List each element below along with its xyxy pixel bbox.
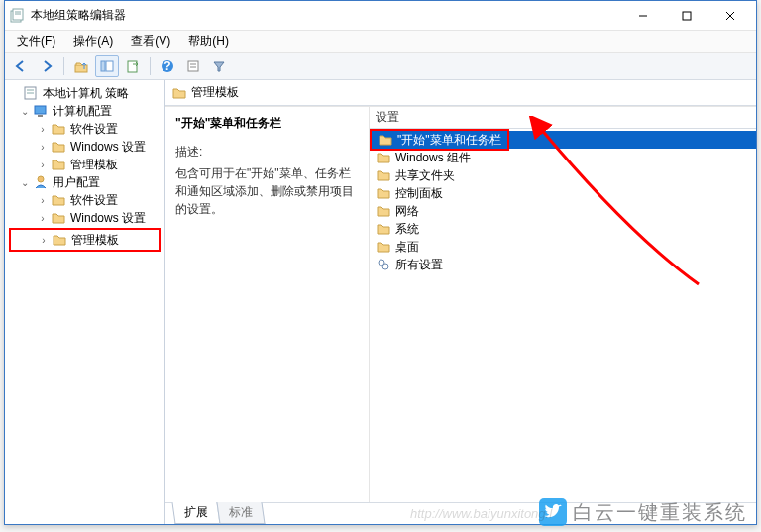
close-button[interactable]: [708, 2, 752, 30]
tab-extended[interactable]: 扩展: [171, 502, 220, 524]
tree-root[interactable]: 本地计算机 策略: [5, 84, 164, 102]
tree-label: 软件设置: [68, 121, 120, 138]
tree-computer-config[interactable]: ⌄ 计算机配置: [5, 102, 164, 120]
content-layout: "开始"菜单和任务栏 描述: 包含可用于在"开始"菜单、任务栏和通知区域添加、删…: [165, 106, 756, 502]
expander-icon[interactable]: ⌄: [19, 106, 31, 117]
properties-button[interactable]: [181, 55, 205, 77]
svg-rect-8: [75, 65, 87, 72]
list-item-control-panel[interactable]: 控制面板: [370, 184, 756, 202]
menu-file[interactable]: 文件(F): [11, 31, 61, 52]
content-description-pane: "开始"菜单和任务栏 描述: 包含可用于在"开始"菜单、任务栏和通知区域添加、删…: [165, 107, 370, 502]
list-body[interactable]: "开始"菜单和任务栏 Windows 组件 共享文件夹: [370, 129, 756, 502]
tree-cc-admin[interactable]: › 管理模板: [5, 156, 164, 173]
svg-rect-20: [35, 106, 46, 114]
tree-uc-windows[interactable]: › Windows 设置: [5, 209, 164, 227]
expander-icon[interactable]: ›: [37, 195, 49, 206]
folder-icon: [376, 150, 391, 165]
app-window: 本地组策略编辑器 文件(F) 操作(A) 查看(V) 帮助(H) ? 本地计算机…: [4, 0, 757, 525]
content-header: 管理模板: [165, 80, 756, 106]
minimize-button[interactable]: [621, 2, 665, 30]
toolbar-separator: [150, 57, 151, 75]
list-item-label: 系统: [395, 221, 419, 238]
policy-icon: [23, 85, 39, 101]
list-item-start-menu[interactable]: "开始"菜单和任务栏: [370, 131, 756, 149]
tree-label: 计算机配置: [51, 103, 114, 120]
svg-rect-14: [188, 61, 198, 71]
list-item-all-settings[interactable]: 所有设置: [370, 256, 756, 273]
tree-cc-windows[interactable]: › Windows 设置: [5, 138, 164, 156]
expander-icon[interactable]: ›: [37, 213, 49, 224]
export-button[interactable]: [121, 55, 145, 77]
breadcrumb-label: 管理模板: [191, 84, 239, 101]
folder-icon: [376, 239, 391, 255]
list-item-shared-folders[interactable]: 共享文件夹: [370, 166, 756, 184]
folder-icon: [51, 121, 66, 137]
list-item-system[interactable]: 系统: [370, 220, 756, 238]
svg-point-24: [382, 264, 388, 269]
description-text: 包含可用于在"开始"菜单、任务栏和通知区域添加、删除或禁用项目的设置。: [175, 164, 359, 218]
annotation-highlight: "开始"菜单和任务栏: [370, 129, 509, 151]
toolbar-separator: [63, 57, 64, 75]
tree-cc-software[interactable]: › 软件设置: [5, 120, 164, 138]
tree-label: 管理模板: [68, 157, 120, 173]
folder-icon: [376, 203, 391, 219]
folder-icon: [51, 210, 66, 226]
tree-uc-software[interactable]: › 软件设置: [5, 191, 164, 209]
expander-icon[interactable]: ›: [37, 142, 49, 153]
svg-rect-5: [683, 12, 691, 20]
up-button[interactable]: [69, 55, 93, 77]
list-item-windows-components[interactable]: Windows 组件: [370, 149, 756, 166]
show-hide-tree-button[interactable]: [95, 55, 119, 77]
tree-label: Windows 设置: [68, 139, 148, 156]
list-item-desktop[interactable]: 桌面: [370, 238, 756, 256]
list-header[interactable]: 设置: [370, 107, 756, 129]
tree-pane[interactable]: 本地计算机 策略 ⌄ 计算机配置 › 软件设置 › Windows 设置 › 管…: [5, 80, 165, 524]
tree-label: 软件设置: [68, 192, 120, 209]
annotation-highlight: › 管理模板: [9, 228, 161, 252]
forward-button[interactable]: [35, 55, 58, 77]
column-setting: 设置: [376, 109, 756, 126]
content-pane: 管理模板 "开始"菜单和任务栏 描述: 包含可用于在"开始"菜单、任务栏和通知区…: [165, 80, 756, 524]
filter-button[interactable]: [207, 55, 231, 77]
folder-icon: [51, 157, 66, 172]
watermark-brand: 白云一键重装系统: [573, 499, 747, 526]
description-label: 描述:: [175, 144, 359, 160]
maximize-button[interactable]: [665, 2, 708, 30]
svg-rect-9: [101, 61, 105, 71]
list-item-label: Windows 组件: [395, 150, 471, 166]
back-button[interactable]: [9, 55, 33, 77]
svg-text:?: ?: [163, 59, 170, 73]
window-title: 本地组策略编辑器: [31, 7, 621, 24]
tree-user-config[interactable]: ⌄ 用户配置: [5, 173, 164, 191]
tree-uc-admin[interactable]: › 管理模板: [12, 231, 158, 249]
svg-rect-21: [38, 115, 43, 117]
menu-action[interactable]: 操作(A): [67, 31, 119, 52]
menu-view[interactable]: 查看(V): [125, 31, 176, 52]
list-item-network[interactable]: 网络: [370, 202, 756, 220]
breadcrumb: 管理模板: [165, 84, 245, 101]
toolbar: ?: [5, 53, 756, 80]
list-item-label: 网络: [395, 203, 419, 220]
help-button[interactable]: ?: [156, 55, 179, 77]
app-icon: [9, 8, 25, 24]
menu-help[interactable]: 帮助(H): [182, 31, 235, 52]
folder-icon: [52, 232, 67, 248]
expander-icon[interactable]: ›: [37, 124, 49, 135]
tree-label: Windows 设置: [68, 210, 148, 227]
watermark-url: http://www.baiyunxitong.l: [410, 506, 552, 521]
titlebar: 本地组策略编辑器: [5, 1, 756, 31]
expander-icon[interactable]: ⌄: [19, 177, 31, 188]
folder-icon: [376, 221, 391, 237]
content-list-pane: 设置 "开始"菜单和任务栏 Windows 组件: [370, 107, 756, 502]
list-item-label: "开始"菜单和任务栏: [397, 132, 501, 149]
tree-label: 用户配置: [51, 174, 102, 191]
svg-rect-11: [128, 61, 137, 72]
folder-icon: [376, 185, 391, 201]
list-item-label: 共享文件夹: [395, 167, 455, 184]
tab-standard[interactable]: 标准: [216, 502, 265, 524]
watermark: http://www.baiyunxitong.l 白云一键重装系统: [539, 498, 747, 526]
expander-icon[interactable]: ›: [37, 160, 49, 170]
folder-icon: [171, 85, 187, 101]
expander-icon[interactable]: ›: [38, 235, 50, 246]
tree-label: 管理模板: [69, 232, 121, 249]
